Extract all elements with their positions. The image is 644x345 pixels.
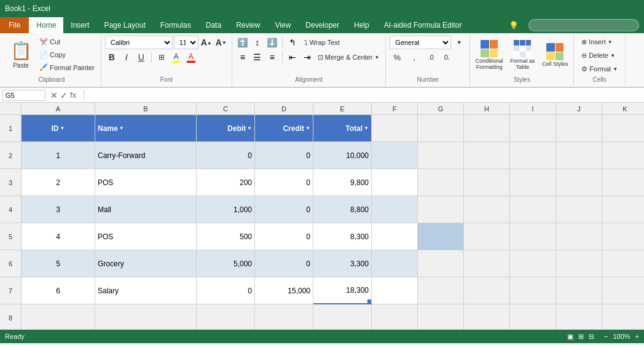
cell-j2[interactable] [556, 142, 602, 169]
cell-f2[interactable] [372, 142, 418, 169]
cell-e4[interactable]: 8,800 [313, 196, 372, 223]
header-h[interactable] [464, 115, 510, 142]
cell-h3[interactable] [464, 169, 510, 196]
percent-btn[interactable]: % [390, 50, 404, 64]
cell-d4[interactable]: 0 [255, 196, 313, 223]
align-center-btn[interactable]: ☰ [251, 50, 264, 64]
cell-a4[interactable]: 3 [22, 196, 95, 223]
cell-h8[interactable] [464, 304, 510, 330]
cell-f3[interactable] [372, 169, 418, 196]
cell-i7[interactable] [510, 277, 556, 304]
cell-c6[interactable]: 5,000 [197, 250, 255, 277]
formula-input[interactable] [89, 90, 642, 101]
cell-reference-input[interactable] [2, 90, 45, 101]
italic-btn[interactable]: I [120, 50, 133, 64]
header-g[interactable] [418, 115, 464, 142]
menu-developer[interactable]: Developer [298, 17, 347, 33]
cell-g6[interactable] [418, 250, 464, 277]
col-header-h[interactable]: H [464, 103, 510, 115]
cell-f4[interactable] [372, 196, 418, 223]
cell-h2[interactable] [464, 142, 510, 169]
cell-k6[interactable] [602, 250, 644, 277]
cell-h5[interactable] [464, 223, 510, 250]
cell-h4[interactable] [464, 196, 510, 223]
text-direction-btn[interactable]: ↰ [286, 36, 299, 49]
cell-e3[interactable]: 9,800 [313, 169, 372, 196]
cell-d7[interactable]: 15,000 [255, 277, 313, 304]
cell-g3[interactable] [418, 169, 464, 196]
name-dropdown-arrow[interactable]: ▼ [119, 125, 124, 131]
cell-d6[interactable]: 0 [255, 250, 313, 277]
delete-cells-btn[interactable]: ⊖ Delete ▼ [578, 49, 619, 61]
cell-e8[interactable] [313, 304, 372, 330]
menu-data[interactable]: Data [198, 17, 229, 33]
cell-e7[interactable]: 18,300 [313, 277, 372, 304]
credit-dropdown-arrow[interactable]: ▼ [305, 125, 310, 131]
cell-e6[interactable]: 3,300 [313, 250, 372, 277]
cell-b2[interactable]: Carry-Forward [95, 142, 197, 169]
col-header-f[interactable]: F [372, 103, 418, 115]
cell-e2[interactable]: 10,000 [313, 142, 372, 169]
format-painter-button[interactable]: 🖌️ Format Painter [37, 61, 97, 74]
cell-f6[interactable] [372, 250, 418, 277]
align-top-btn[interactable]: ⬆️ [236, 36, 249, 49]
cell-e5[interactable]: 8,300 [313, 223, 372, 250]
header-debit[interactable]: Debit ▼ [197, 115, 255, 142]
cell-b6[interactable]: Grocery [95, 250, 197, 277]
paste-button[interactable]: 📋 Paste [6, 36, 36, 74]
cell-a6[interactable]: 5 [22, 250, 95, 277]
header-f[interactable] [372, 115, 418, 142]
increase-decimal-btn[interactable]: .0 [424, 50, 438, 64]
border-btn[interactable]: ⊞ [155, 50, 168, 64]
header-credit[interactable]: Credit ▼ [255, 115, 313, 142]
menu-page-layout[interactable]: Page Layout [96, 17, 152, 33]
header-i[interactable] [510, 115, 556, 142]
decrease-font-btn[interactable]: A▼ [214, 36, 228, 49]
cell-c8[interactable] [197, 304, 255, 330]
cell-j4[interactable] [556, 196, 602, 223]
cut-button[interactable]: ✂️ Cut [37, 36, 97, 49]
cell-b8[interactable] [95, 304, 197, 330]
cell-i8[interactable] [510, 304, 556, 330]
fill-handle[interactable] [367, 299, 371, 303]
cell-d8[interactable] [255, 304, 313, 330]
wrap-text-btn[interactable]: ⤵ Wrap Text [300, 36, 344, 49]
number-format-select[interactable]: General [390, 36, 451, 49]
cell-b5[interactable]: POS [95, 223, 197, 250]
cell-a8[interactable] [22, 304, 95, 330]
cell-k8[interactable] [602, 304, 644, 330]
comma-btn[interactable]: , [407, 50, 422, 64]
menu-review[interactable]: Review [229, 17, 267, 33]
zoom-out-btn[interactable]: − [604, 333, 608, 340]
font-name-select[interactable]: Calibri [105, 36, 173, 49]
cell-j7[interactable] [556, 277, 602, 304]
col-header-a[interactable]: A [22, 103, 95, 115]
increase-indent-btn[interactable]: ⇥ [300, 50, 314, 64]
header-j[interactable] [556, 115, 602, 142]
col-header-c[interactable]: C [197, 103, 255, 115]
underline-btn[interactable]: U [135, 50, 148, 64]
col-header-e[interactable]: E [313, 103, 372, 115]
col-header-b[interactable]: B [95, 103, 197, 115]
cell-g5[interactable] [418, 223, 464, 250]
cell-i5[interactable] [510, 223, 556, 250]
menu-file[interactable]: File [0, 17, 29, 33]
cell-b3[interactable]: POS [95, 169, 197, 196]
col-header-j[interactable]: J [556, 103, 602, 115]
menu-view[interactable]: View [268, 17, 299, 33]
format-table-btn[interactable]: Format as Table [507, 36, 538, 74]
col-header-i[interactable]: I [510, 103, 556, 115]
cell-c2[interactable]: 0 [197, 142, 255, 169]
cell-i6[interactable] [510, 250, 556, 277]
cell-g7[interactable] [418, 277, 464, 304]
cell-g2[interactable] [418, 142, 464, 169]
menu-help[interactable]: Help [347, 17, 377, 33]
insert-cells-btn[interactable]: ⊕ Insert ▼ [578, 36, 616, 48]
cell-styles-btn[interactable]: Cell Styles [540, 36, 570, 74]
col-header-g[interactable]: G [418, 103, 464, 115]
cell-k2[interactable] [602, 142, 644, 169]
align-right-btn[interactable]: ≡ [265, 50, 279, 64]
bold-btn[interactable]: B [105, 50, 119, 64]
cell-j8[interactable] [556, 304, 602, 330]
align-left-btn[interactable]: ≡ [236, 50, 249, 64]
